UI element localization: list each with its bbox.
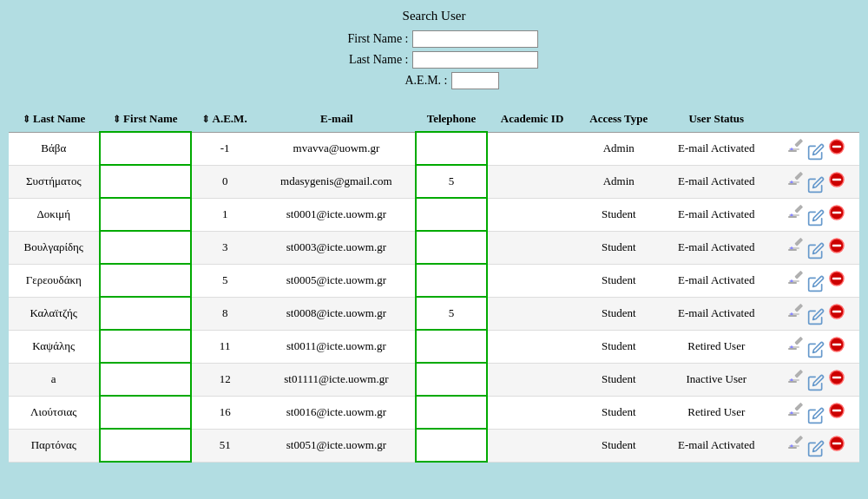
delete-button[interactable] [829,337,845,356]
svg-rect-27 [788,282,797,284]
col-user-status: User Status [661,107,773,132]
first-name-label: First Name : [331,32,409,46]
edit-button[interactable] [787,335,825,358]
svg-rect-25 [794,270,803,279]
cell-aem: 11 [191,330,258,363]
delete-button[interactable] [829,370,845,389]
aem-input[interactable] [451,72,499,89]
svg-rect-1 [794,138,803,147]
svg-rect-37 [794,336,803,345]
cell-aem: 51 [191,429,258,462]
col-email: E-mail [258,107,415,132]
col-last-name[interactable]: Last Name [9,107,100,132]
cell-last-name: Συστήματος [9,165,100,198]
edit-button[interactable] [787,269,825,292]
cell-actions [773,330,859,363]
cell-actions [773,264,859,297]
col-academic-id: Academic ID [487,107,576,132]
delete-button[interactable] [829,436,845,455]
delete-button[interactable] [829,304,845,323]
delete-button[interactable] [829,205,845,224]
col-telephone: Telephone [416,107,488,132]
cell-telephone [416,264,488,297]
col-aem[interactable]: A.E.M. [191,107,258,132]
svg-rect-51 [788,414,797,416]
svg-rect-15 [788,216,797,218]
svg-rect-3 [788,150,797,152]
last-name-input[interactable] [412,51,538,69]
cell-actions [773,396,859,429]
delete-icon [829,436,845,451]
cell-access-type: Student [577,297,661,330]
table-row: Βουλγαρίδης3st0003@icte.uowm.grStudentE-… [9,231,859,264]
svg-rect-21 [788,249,797,251]
delete-icon [829,238,845,253]
cell-email: st0011@icte.uowm.gr [258,330,415,363]
cell-last-name: Καλαϊτζής [9,297,100,330]
cell-academic-id [487,132,576,165]
delete-icon [829,337,845,352]
cell-email: st0003@icte.uowm.gr [258,231,415,264]
cell-first-name [100,363,192,396]
delete-icon [829,370,845,385]
table-row: a12st01111@icte.uowm.grStudentInactive U… [9,363,859,396]
edit-button[interactable] [787,236,825,259]
cell-first-name [100,429,192,462]
first-name-input[interactable] [412,30,538,48]
cell-email: st0016@icte.uowm.gr [258,396,415,429]
cell-email: st0001@icte.uowm.gr [258,198,415,231]
edit-button[interactable] [787,434,825,457]
edit-icon [787,302,805,319]
edit-button[interactable] [787,302,825,325]
cell-actions [773,165,859,198]
svg-rect-55 [794,435,803,443]
cell-last-name: Γερεουδάκη [9,264,100,297]
delete-icon [829,403,845,418]
delete-button[interactable] [829,172,845,191]
svg-rect-39 [788,348,797,350]
svg-rect-57 [788,447,797,449]
cell-actions [773,429,859,462]
cell-first-name [100,132,192,165]
cell-aem: 0 [191,165,258,198]
cell-access-type: Student [577,330,661,363]
cell-first-name [100,396,192,429]
edit-button[interactable] [787,170,825,194]
edit-button[interactable] [787,368,825,391]
cell-user-status: E-mail Activated [661,198,773,231]
cell-telephone [416,231,488,264]
table-row: Καλαϊτζής8st0008@icte.uowm.gr5StudentE-m… [9,297,859,330]
cell-user-status: E-mail Activated [661,132,773,165]
cell-telephone [416,396,488,429]
delete-button[interactable] [829,403,845,422]
col-access-type: Access Type [577,107,661,132]
edit-icon [787,269,805,286]
edit-button[interactable] [787,203,825,227]
delete-button[interactable] [829,139,845,158]
delete-icon [829,172,845,187]
edit-button[interactable] [787,401,825,424]
svg-rect-31 [794,303,803,312]
cell-access-type: Student [577,363,661,396]
delete-button[interactable] [829,271,845,290]
cell-user-status: Retired User [661,396,773,429]
edit-icon [787,170,805,187]
svg-rect-7 [794,171,803,180]
cell-email: st0051@icte.uowm.gr [258,429,415,462]
page-title: Search User [0,0,868,30]
table-row: Λιούτσιας16st0016@icte.uowm.grStudentRet… [9,396,859,429]
cell-actions [773,132,859,165]
cell-actions [773,297,859,330]
edit-button[interactable] [787,137,825,161]
col-first-name[interactable]: First Name [100,107,192,132]
svg-rect-33 [788,315,797,317]
cell-academic-id [487,198,576,231]
cell-actions [773,231,859,264]
cell-actions [773,363,859,396]
edit-icon [787,236,805,253]
delete-icon [829,139,845,154]
cell-actions [773,198,859,231]
cell-last-name: Λιούτσιας [9,396,100,429]
cell-user-status: Inactive User [661,363,773,396]
delete-button[interactable] [829,238,845,257]
